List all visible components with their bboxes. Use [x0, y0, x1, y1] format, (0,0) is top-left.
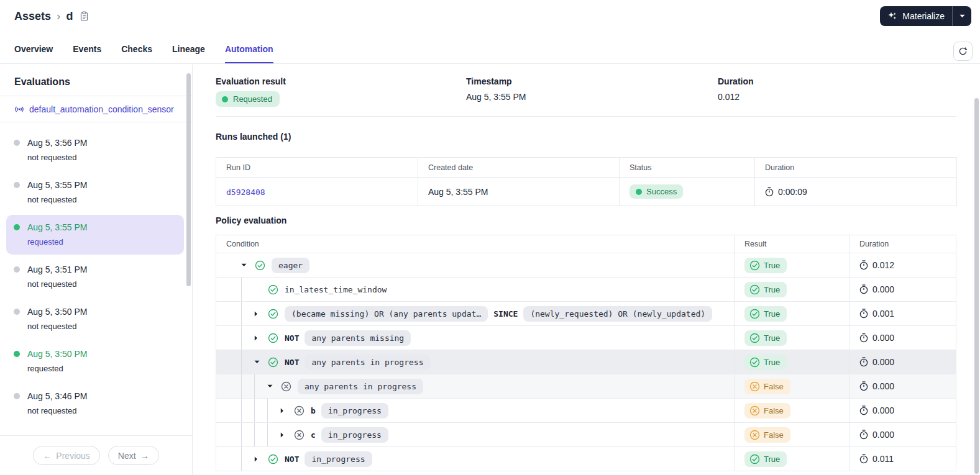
stopwatch-icon: [859, 260, 868, 270]
evaluation-list-item[interactable]: Aug 5, 3:45 PM: [6, 426, 184, 435]
evaluation-list-item[interactable]: Aug 5, 3:55 PMrequested: [6, 215, 184, 255]
stopwatch-icon: [859, 454, 868, 464]
caret-right-icon[interactable]: [254, 335, 268, 341]
tab-lineage[interactable]: Lineage: [172, 35, 205, 63]
evaluation-detail-panel: Evaluation result Requested Timestamp Au…: [193, 65, 980, 475]
policy-row[interactable]: any parents in progressFalse0.000: [216, 374, 956, 399]
sidebar-scrollbar[interactable]: [186, 73, 191, 286]
status-dot-icon: [14, 182, 20, 188]
evaluation-state: requested: [27, 237, 176, 247]
check-circle-icon: [255, 260, 266, 271]
run-status-badge: Success: [630, 184, 683, 199]
evaluation-list-item[interactable]: Aug 5, 3:55 PMnot requested: [6, 173, 184, 212]
breadcrumb-assets-link[interactable]: Assets: [14, 10, 51, 23]
status-dot-icon: [636, 189, 642, 195]
policy-row[interactable]: bin_progressFalse0.000: [216, 399, 956, 423]
tab-automation[interactable]: Automation: [225, 35, 273, 63]
previous-button[interactable]: ← Previous: [33, 446, 99, 465]
sparkle-icon: [887, 11, 897, 21]
caret-down-icon[interactable]: [254, 360, 268, 364]
arrow-left-icon: ←: [43, 451, 52, 461]
check-circle-icon: [749, 454, 760, 464]
caret-right-icon[interactable]: [280, 408, 294, 414]
runs-column-duration: Duration: [755, 158, 957, 178]
runs-launched-title: Runs launched (1): [216, 132, 291, 142]
result-cell: False: [734, 374, 849, 398]
arrow-right-icon: →: [140, 451, 149, 461]
policy-row[interactable]: NOTany parents missingTrue0.000: [216, 326, 956, 350]
indent-guide: [241, 374, 254, 398]
caret-right-icon[interactable]: [254, 311, 268, 317]
refresh-button[interactable]: [953, 42, 973, 61]
runs-column-created-date: Created date: [418, 158, 620, 178]
policy-row[interactable]: in_latest_time_windowTrue0.000: [216, 278, 956, 302]
check-circle-icon: [749, 333, 760, 343]
caret-down-icon[interactable]: [241, 263, 255, 267]
result-cell: True: [734, 326, 849, 350]
duration-cell: 0.011: [849, 447, 956, 471]
evaluation-list-item[interactable]: Aug 5, 3:56 PMnot requested: [6, 130, 184, 170]
copy-icon[interactable]: [80, 11, 89, 22]
timestamp-label: Timestamp: [466, 76, 718, 86]
runs-column-status: Status: [620, 158, 755, 178]
condition-cell: eager: [216, 253, 734, 277]
duration-label: Duration: [718, 76, 956, 86]
status-dot-icon: [14, 309, 20, 315]
breadcrumb: Assets › d: [14, 7, 89, 25]
materialize-dropdown-button[interactable]: [953, 6, 971, 26]
indent-guide: [241, 302, 254, 325]
indent-guide: [267, 423, 280, 446]
check-circle-icon: [268, 284, 279, 295]
check-circle-icon: [268, 454, 279, 464]
evaluation-time: Aug 5, 3:55 PM: [27, 179, 88, 191]
policy-row[interactable]: cin_progressFalse0.000: [216, 423, 956, 447]
tab-checks[interactable]: Checks: [121, 35, 152, 63]
policy-row[interactable]: NOTany parents in progressTrue0.000: [216, 350, 956, 374]
main-scrollbar[interactable]: [974, 98, 979, 474]
evaluation-list-item[interactable]: Aug 5, 3:50 PMrequested: [6, 342, 184, 381]
condition-cell: any parents in progress: [216, 374, 734, 398]
condition-chip: (became missing) OR (any parents updat…: [285, 306, 488, 322]
materialize-button[interactable]: Materialize: [880, 6, 952, 26]
caret-down-icon[interactable]: [267, 384, 281, 388]
condition-cell: (became missing) OR (any parents updat…S…: [216, 302, 734, 325]
status-dot-icon: [222, 96, 228, 102]
asset-name: d: [66, 10, 73, 23]
evaluation-list-item[interactable]: Aug 5, 3:51 PMnot requested: [6, 257, 184, 297]
condition-chip: in_progress: [305, 451, 372, 467]
x-circle-icon: [281, 381, 292, 392]
evaluation-state: not requested: [27, 279, 176, 289]
divider: [216, 116, 956, 117]
policy-row[interactable]: eagerTrue0.012: [216, 253, 956, 278]
run-duration: 0:00:09: [765, 187, 946, 197]
tab-bar: OverviewEventsChecksLineageAutomation: [0, 35, 980, 64]
tab-events[interactable]: Events: [73, 35, 101, 63]
tab-overview[interactable]: Overview: [14, 35, 53, 63]
indent-guide: [241, 350, 254, 374]
result-cell: True: [734, 350, 849, 374]
duration-cell: 0.000: [849, 399, 956, 422]
run-id-link[interactable]: d5928408: [226, 188, 265, 197]
result-badge: True: [744, 306, 787, 322]
duration-cell: 0.000: [849, 423, 956, 446]
evaluation-list-item[interactable]: Aug 5, 3:50 PMnot requested: [6, 299, 184, 339]
policy-row[interactable]: (became missing) OR (any parents updat…S…: [216, 302, 956, 326]
condition-cell: NOTany parents in progress: [216, 350, 734, 374]
policy-row[interactable]: NOTin_progressTrue0.011: [216, 447, 956, 471]
caret-right-icon[interactable]: [280, 432, 294, 438]
evaluation-list-item[interactable]: Aug 5, 3:46 PMnot requested: [6, 384, 184, 423]
sidebar-title: Evaluations: [0, 65, 192, 96]
result-badge: True: [744, 451, 787, 467]
evaluation-summary: Evaluation result Requested Timestamp Au…: [216, 76, 956, 107]
result-badge: True: [744, 282, 787, 297]
result-badge: False: [744, 379, 790, 394]
condition-cell: cin_progress: [216, 423, 734, 446]
status-dot-icon: [14, 224, 20, 230]
next-button[interactable]: Next →: [108, 446, 159, 465]
condition-keyword: NOT: [285, 455, 299, 464]
caret-right-icon[interactable]: [254, 456, 268, 462]
sensor-link[interactable]: default_automation_condition_sensor: [29, 104, 174, 114]
policy-column-condition: Condition: [216, 235, 734, 253]
evaluation-time: Aug 5, 3:51 PM: [27, 263, 88, 276]
evaluation-time: Aug 5, 3:50 PM: [27, 348, 88, 360]
